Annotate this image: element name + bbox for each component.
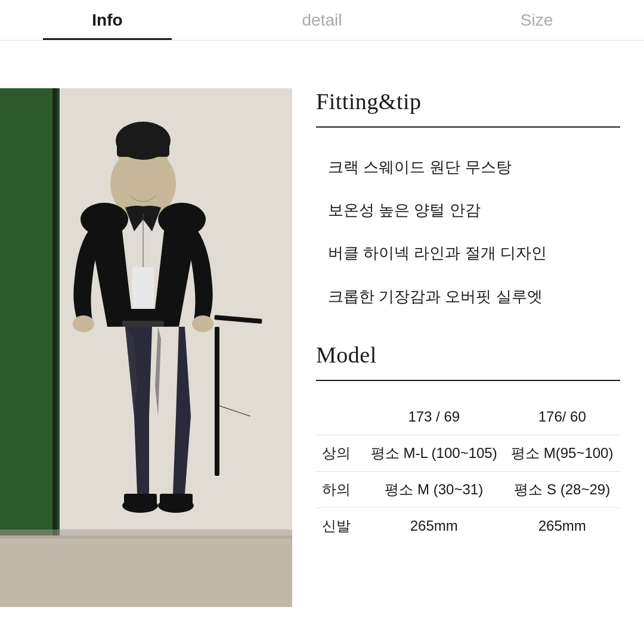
row-shoes-col1: 265mm: [364, 507, 504, 544]
tab-size[interactable]: Size: [429, 0, 644, 40]
table-row: 상의 평소 M-L (100~105) 평소 M(95~100): [316, 435, 620, 471]
row-top-col2: 평소 M(95~100): [504, 435, 620, 471]
tab-navigation: Info detail Size: [0, 0, 644, 41]
tab-info[interactable]: Info: [0, 0, 215, 40]
tab-detail[interactable]: detail: [215, 0, 429, 40]
tab-size-label: Size: [521, 11, 553, 30]
model-col-1: 173 / 69: [364, 399, 504, 435]
svg-point-12: [158, 203, 206, 236]
svg-point-14: [192, 315, 213, 332]
svg-rect-5: [0, 530, 292, 538]
model-divider: [316, 380, 620, 381]
svg-rect-23: [122, 321, 164, 327]
fitting-title: Fitting&tip: [316, 88, 620, 114]
main-content: Fitting&tip 크랙 스웨이드 원단 무스탕 보온성 높은 양털 안감 …: [0, 41, 644, 644]
row-top-col1: 평소 M-L (100~105): [364, 435, 504, 471]
svg-rect-18: [124, 494, 157, 507]
svg-point-13: [73, 315, 94, 332]
svg-rect-20: [215, 327, 219, 476]
tip-item-3: 버클 하이넥 라인과 절개 디자인: [316, 231, 620, 274]
svg-point-11: [80, 203, 128, 236]
model-col-2: 176/ 60: [504, 399, 620, 435]
model-table: 173 / 69 176/ 60 상의 평소 M-L (100~105) 평소 …: [316, 399, 620, 544]
row-bottom-col2: 평소 S (28~29): [504, 471, 620, 507]
svg-rect-19: [160, 494, 193, 507]
model-title: Model: [316, 342, 620, 368]
svg-rect-15: [132, 267, 154, 309]
svg-rect-9: [117, 136, 169, 157]
row-label-top: 상의: [316, 435, 364, 471]
info-panel: Fitting&tip 크랙 스웨이드 원단 무스탕 보온성 높은 양털 안감 …: [292, 88, 644, 644]
svg-rect-3: [52, 88, 57, 535]
row-label-bottom: 하의: [316, 471, 364, 507]
product-image-area: [0, 88, 292, 607]
tip-item-4: 크롭한 기장감과 오버핏 실루엣: [316, 275, 620, 318]
tip-item-1: 크랙 스웨이드 원단 무스탕: [316, 145, 620, 188]
table-row: 신발 265mm 265mm: [316, 507, 620, 544]
model-col-label: [316, 399, 364, 435]
model-table-header-row: 173 / 69 176/ 60: [316, 399, 620, 435]
row-shoes-col2: 265mm: [504, 507, 620, 544]
fitting-section: Fitting&tip 크랙 스웨이드 원단 무스탕 보온성 높은 양털 안감 …: [316, 88, 620, 318]
fitting-divider: [316, 126, 620, 128]
row-label-shoes: 신발: [316, 507, 364, 544]
fitting-tips-list: 크랙 스웨이드 원단 무스탕 보온성 높은 양털 안감 버클 하이넥 라인과 절…: [316, 145, 620, 318]
row-bottom-col1: 평소 M (30~31): [364, 471, 504, 507]
svg-rect-4: [0, 535, 292, 607]
tab-info-label: Info: [92, 11, 122, 30]
tip-item-2: 보온성 높은 양털 안감: [316, 188, 620, 231]
table-row: 하의 평소 M (30~31) 평소 S (28~29): [316, 471, 620, 507]
svg-rect-2: [0, 88, 54, 535]
product-image: [0, 88, 292, 607]
tab-detail-label: detail: [302, 11, 342, 30]
model-section: Model 173 / 69 176/ 60 상의 평소 M-L (100~10…: [316, 342, 620, 544]
